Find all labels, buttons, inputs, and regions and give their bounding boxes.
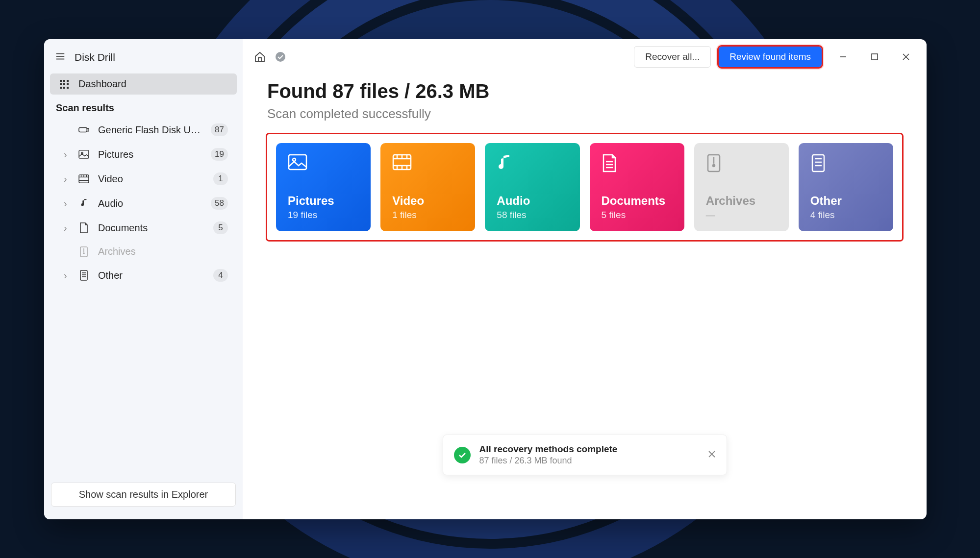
sidebar-item-label: Generic Flash Disk USB D... (98, 124, 202, 136)
card-subtitle: 58 files (497, 210, 568, 220)
chevron-right-icon: › (64, 270, 70, 281)
audio-icon (497, 154, 568, 173)
usb-drive-icon (78, 126, 89, 134)
svg-rect-51 (812, 155, 824, 171)
card-title: Pictures (288, 194, 359, 208)
toast-title: All recovery methods complete (479, 444, 618, 455)
other-icon (810, 154, 881, 173)
sidebar: Disk Drill Dashboard Scan results Generi… (44, 39, 243, 519)
category-card-archives[interactable]: Archives — (694, 143, 789, 231)
card-title: Archives (706, 194, 777, 208)
svg-rect-12 (79, 127, 87, 132)
count-badge: 19 (211, 148, 228, 161)
svg-point-29 (276, 52, 285, 62)
category-card-video[interactable]: Video 1 files (380, 143, 475, 231)
other-icon (78, 270, 89, 281)
card-subtitle: 19 files (288, 210, 359, 220)
count-badge: 58 (211, 197, 228, 210)
check-badge-icon[interactable] (274, 50, 287, 63)
category-card-row: Pictures 19 files Video 1 files (267, 134, 902, 240)
sidebar-item-label: Audio (98, 198, 202, 209)
home-icon[interactable] (253, 50, 266, 63)
count-badge: 87 (211, 123, 228, 136)
app-title: Disk Drill (75, 51, 115, 63)
svg-point-35 (293, 158, 296, 161)
sidebar-item-audio[interactable]: › Audio 58 (50, 192, 237, 215)
count-badge: 4 (213, 269, 228, 282)
sidebar-item-pictures[interactable]: › Pictures 19 (50, 143, 237, 166)
app-window: Disk Drill Dashboard Scan results Generi… (44, 39, 927, 519)
svg-rect-14 (79, 150, 89, 158)
documents-icon (602, 154, 673, 173)
archives-icon (706, 154, 777, 173)
sidebar-item-label: Pictures (98, 149, 202, 160)
sidebar-item-label: Video (98, 173, 204, 185)
sidebar-item-video[interactable]: › Video 1 (50, 168, 237, 190)
svg-rect-31 (872, 54, 878, 60)
svg-rect-8 (67, 83, 69, 85)
svg-rect-5 (67, 80, 69, 82)
sidebar-item-label: Archives (98, 246, 228, 257)
video-icon (78, 174, 89, 183)
svg-rect-13 (87, 128, 89, 131)
results-headline: Found 87 files / 26.3 MB (267, 80, 902, 102)
sidebar-item-other[interactable]: › Other 4 (50, 264, 237, 287)
grid-icon (59, 80, 70, 89)
toast-close-button[interactable] (708, 450, 716, 460)
svg-rect-7 (63, 83, 65, 85)
card-title: Documents (602, 194, 673, 208)
sidebar-item-dashboard[interactable]: Dashboard (50, 73, 237, 95)
svg-rect-4 (63, 80, 65, 82)
sidebar-item-label: Other (98, 270, 204, 281)
minimize-button[interactable] (833, 47, 853, 67)
results-subhead: Scan completed successfully (267, 106, 902, 121)
sidebar-item-documents[interactable]: › Documents 5 (50, 217, 237, 239)
archives-icon (78, 246, 89, 257)
video-icon (392, 154, 463, 173)
svg-rect-6 (60, 83, 62, 85)
card-title: Video (392, 194, 463, 208)
svg-rect-25 (80, 270, 87, 280)
card-subtitle: 4 files (810, 210, 881, 220)
audio-icon (78, 198, 89, 208)
category-card-audio[interactable]: Audio 58 files (485, 143, 579, 231)
chevron-right-icon: › (64, 149, 70, 160)
card-title: Other (810, 194, 881, 208)
count-badge: 1 (213, 172, 228, 185)
chevron-right-icon: › (64, 173, 70, 185)
card-subtitle: — (706, 210, 777, 220)
sidebar-item-label: Dashboard (78, 78, 228, 90)
review-found-items-button[interactable]: Review found items (719, 47, 822, 67)
show-in-explorer-button[interactable]: Show scan results in Explorer (51, 483, 236, 507)
sidebar-item-device[interactable]: Generic Flash Disk USB D... 87 (50, 119, 237, 141)
maximize-button[interactable] (865, 47, 884, 67)
svg-rect-34 (289, 155, 306, 170)
card-subtitle: 1 files (392, 210, 463, 220)
category-card-pictures[interactable]: Pictures 19 files (276, 143, 371, 231)
chevron-right-icon: › (64, 198, 70, 209)
category-card-other[interactable]: Other 4 files (799, 143, 893, 231)
sidebar-item-archives[interactable]: Archives (50, 241, 237, 262)
count-badge: 5 (213, 221, 228, 234)
svg-point-50 (713, 165, 715, 167)
svg-rect-9 (60, 87, 62, 89)
hamburger-icon[interactable] (55, 51, 66, 64)
recover-all-button[interactable]: Recover all... (634, 46, 711, 68)
pictures-icon (78, 150, 89, 159)
close-button[interactable] (896, 47, 916, 67)
sidebar-header: Disk Drill (44, 45, 243, 73)
sidebar-section-scan-results: Scan results (44, 96, 243, 118)
svg-rect-10 (63, 87, 65, 89)
toast-notification: All recovery methods complete 87 files /… (443, 435, 727, 475)
sidebar-item-label: Documents (98, 222, 204, 234)
card-subtitle: 5 files (602, 210, 673, 220)
pictures-icon (288, 154, 359, 173)
documents-icon (78, 222, 89, 233)
success-check-icon (454, 447, 471, 463)
svg-rect-3 (60, 80, 62, 82)
category-card-documents[interactable]: Documents 5 files (590, 143, 684, 231)
topbar: Recover all... Review found items (243, 39, 927, 74)
toast-detail: 87 files / 26.3 MB found (479, 456, 618, 466)
content-area: Found 87 files / 26.3 MB Scan completed … (243, 74, 927, 246)
svg-point-24 (83, 253, 84, 254)
